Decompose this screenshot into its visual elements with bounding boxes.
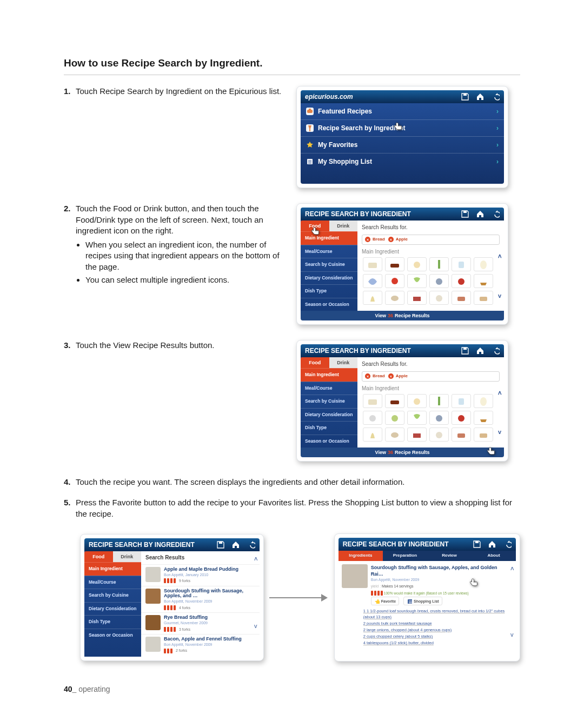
ingredient-tile[interactable] bbox=[452, 411, 471, 425]
tab-drink[interactable]: Drink bbox=[113, 551, 142, 562]
ingredient-tile[interactable] bbox=[407, 291, 427, 305]
save-icon[interactable] bbox=[216, 540, 225, 549]
result-row[interactable]: Bacon, Apple and Fennel Stuffing Bon App… bbox=[141, 634, 260, 656]
ingredient-tile[interactable] bbox=[429, 394, 449, 408]
ingredient-tile[interactable] bbox=[474, 394, 493, 408]
view-results-button[interactable]: View 36 Recipe Results bbox=[301, 311, 504, 320]
chevron-up-icon[interactable]: ʌ bbox=[254, 555, 258, 563]
ingredient-tile[interactable] bbox=[429, 257, 449, 271]
chevron-down-icon[interactable]: v bbox=[254, 622, 258, 630]
chip[interactable]: ×Apple bbox=[388, 237, 408, 243]
save-icon[interactable] bbox=[461, 92, 469, 101]
ingredient-tile[interactable] bbox=[452, 394, 471, 408]
chip[interactable]: ×Bread bbox=[365, 237, 385, 243]
tab-ingredients[interactable]: Ingredients bbox=[339, 551, 383, 561]
ingredient-tile[interactable] bbox=[407, 274, 427, 288]
close-icon[interactable]: × bbox=[388, 237, 394, 242]
result-row[interactable]: Sourdough Stuffing with Sausage, Apples,… bbox=[141, 586, 260, 613]
tab-food[interactable]: Food bbox=[301, 357, 329, 368]
back-icon[interactable] bbox=[503, 540, 512, 549]
ingredient-tile[interactable] bbox=[363, 411, 382, 425]
result-row[interactable]: Apple and Maple Bread Pudding Bon Appéti… bbox=[141, 564, 260, 586]
sidebar-item[interactable]: Meal/Course bbox=[301, 382, 357, 395]
save-icon[interactable] bbox=[461, 346, 469, 355]
chip[interactable]: ×Apple bbox=[388, 373, 408, 379]
close-icon[interactable]: × bbox=[365, 237, 370, 242]
ingredient-tile[interactable] bbox=[363, 394, 382, 408]
tab-drink[interactable]: Drink bbox=[329, 221, 358, 231]
chevron-down-icon[interactable]: v bbox=[510, 631, 514, 639]
home-item-shopping[interactable]: My Shopping List › bbox=[301, 153, 504, 170]
close-icon[interactable]: × bbox=[388, 373, 394, 379]
sidebar-item[interactable]: Main Ingredient bbox=[301, 368, 357, 381]
ingredient-tile[interactable] bbox=[452, 291, 471, 305]
chevron-down-icon[interactable]: v bbox=[498, 428, 502, 436]
ingredient-tile[interactable] bbox=[474, 411, 493, 425]
sidebar-item[interactable]: Search by Cuisine bbox=[301, 258, 357, 271]
save-icon[interactable] bbox=[473, 540, 481, 549]
chip[interactable]: ×Bread bbox=[365, 373, 385, 379]
ingredient-tile[interactable] bbox=[407, 428, 427, 442]
chevron-down-icon[interactable]: v bbox=[498, 292, 502, 300]
ingredient-tile[interactable] bbox=[429, 411, 449, 425]
home-icon[interactable] bbox=[476, 210, 485, 218]
home-item-featured[interactable]: Featured Recipes › bbox=[301, 103, 504, 119]
ingredient-tile[interactable] bbox=[474, 428, 493, 442]
ingredient-tile[interactable] bbox=[385, 411, 404, 425]
ingredient-tile[interactable] bbox=[363, 291, 382, 305]
ingredient-tile[interactable] bbox=[474, 257, 493, 271]
shopping-list-button[interactable]: Shopping List bbox=[403, 597, 442, 605]
sidebar-item[interactable]: Meal/Course bbox=[301, 245, 357, 258]
chevron-up-icon[interactable]: ʌ bbox=[498, 389, 502, 397]
chevron-up-icon[interactable]: ʌ bbox=[498, 252, 502, 260]
back-icon[interactable] bbox=[491, 92, 500, 101]
ingredient-tile[interactable] bbox=[363, 257, 382, 271]
back-icon[interactable] bbox=[491, 210, 500, 218]
tab-food[interactable]: Food bbox=[84, 551, 113, 562]
ingredient-tile[interactable] bbox=[474, 274, 493, 288]
home-icon[interactable] bbox=[231, 540, 240, 549]
ingredient-tile[interactable] bbox=[407, 411, 427, 425]
result-row[interactable]: Rye Bread Stuffing Gourmet, November 200… bbox=[141, 612, 260, 634]
ingredient-tile[interactable] bbox=[385, 394, 404, 408]
ingredient-tile[interactable] bbox=[429, 274, 449, 288]
ingredient-tile[interactable] bbox=[385, 291, 404, 305]
sidebar-item[interactable]: Search by Cuisine bbox=[84, 589, 141, 602]
home-item-favorites[interactable]: My Favorites › bbox=[301, 136, 504, 153]
sidebar-item[interactable]: Main Ingredient bbox=[84, 562, 141, 575]
ingredient-tile[interactable] bbox=[385, 257, 404, 271]
ingredient-tile[interactable] bbox=[474, 291, 493, 305]
sidebar-item[interactable]: Dietary Consideration bbox=[84, 602, 141, 615]
tab-food[interactable]: Food bbox=[301, 221, 329, 231]
sidebar-item[interactable]: Dish Type bbox=[301, 421, 357, 434]
ingredient-tile[interactable] bbox=[452, 274, 471, 288]
sidebar-item[interactable]: Season or Occasion bbox=[301, 298, 357, 311]
ingredient-tile[interactable] bbox=[385, 428, 404, 442]
sidebar-item[interactable]: Meal/Course bbox=[84, 576, 141, 589]
close-icon[interactable]: × bbox=[365, 373, 370, 379]
sidebar-item[interactable]: Season or Occasion bbox=[301, 435, 357, 448]
home-icon[interactable] bbox=[476, 346, 485, 355]
ingredient-tile[interactable] bbox=[363, 428, 382, 442]
back-icon[interactable] bbox=[491, 346, 500, 355]
ingredient-tile[interactable] bbox=[407, 394, 427, 408]
ingredient-tile[interactable] bbox=[429, 291, 449, 305]
favorite-button[interactable]: Favorite bbox=[371, 597, 399, 605]
chevron-up-icon[interactable]: ʌ bbox=[510, 564, 514, 572]
back-icon[interactable] bbox=[247, 540, 255, 549]
tab-drink[interactable]: Drink bbox=[329, 357, 358, 368]
home-icon[interactable] bbox=[488, 540, 496, 549]
ingredient-tile[interactable] bbox=[429, 428, 449, 442]
save-icon[interactable] bbox=[461, 210, 469, 218]
ingredient-tile[interactable] bbox=[452, 257, 471, 271]
ingredient-tile[interactable] bbox=[363, 274, 382, 288]
sidebar-item[interactable]: Season or Occasion bbox=[84, 629, 141, 642]
sidebar-item[interactable]: Dietary Consideration bbox=[301, 408, 357, 421]
home-icon[interactable] bbox=[476, 92, 485, 101]
home-item-search[interactable]: Recipe Search by Ingredient › bbox=[301, 119, 504, 136]
ingredient-tile[interactable] bbox=[452, 428, 471, 442]
sidebar-item[interactable]: Dietary Consideration bbox=[301, 271, 357, 284]
ingredient-tile[interactable] bbox=[385, 274, 404, 288]
sidebar-item[interactable]: Main Ingredient bbox=[301, 231, 357, 244]
tab-about[interactable]: About bbox=[472, 551, 516, 561]
